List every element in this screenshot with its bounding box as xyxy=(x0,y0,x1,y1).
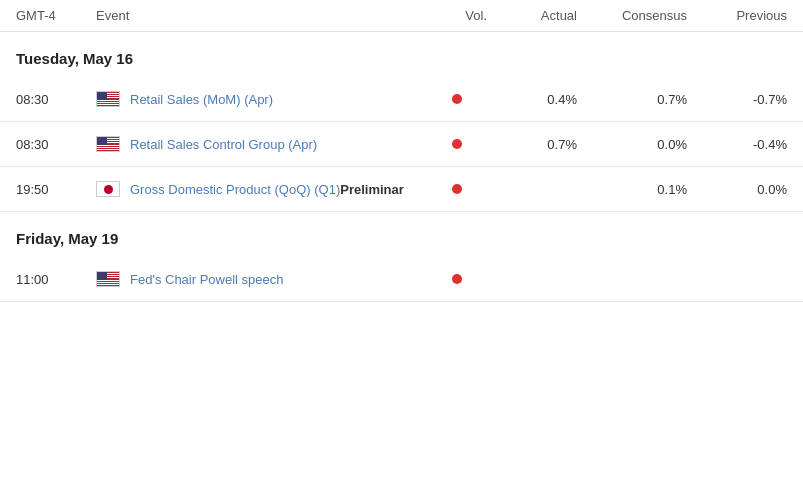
vol-dot-cell xyxy=(427,184,487,194)
volatility-dot xyxy=(452,94,462,104)
section-header-0: Tuesday, May 16 xyxy=(0,32,803,77)
event-header: Event xyxy=(96,8,427,23)
previous-value: -0.7% xyxy=(687,92,787,107)
vol-dot-cell xyxy=(427,94,487,104)
actual-header: Actual xyxy=(487,8,577,23)
vol-dot-cell xyxy=(427,274,487,284)
volatility-dot xyxy=(452,184,462,194)
previous-value: 0.0% xyxy=(687,182,787,197)
sections-container: Tuesday, May 1608:30Retail Sales (MoM) (… xyxy=(0,32,803,302)
flag-us-icon xyxy=(96,271,120,287)
consensus-value: 0.0% xyxy=(577,137,687,152)
event-cell: Gross Domestic Product (QoQ) (Q1)Prelimi… xyxy=(96,181,427,197)
event-cell: Fed's Chair Powell speech xyxy=(96,271,427,287)
table-row: 08:30Retail Sales Control Group (Apr)0.7… xyxy=(0,122,803,167)
time-cell: 08:30 xyxy=(16,92,96,107)
event-name: Fed's Chair Powell speech xyxy=(130,272,284,287)
time-cell: 11:00 xyxy=(16,272,96,287)
timezone-header: GMT-4 xyxy=(16,8,96,23)
consensus-value: 0.7% xyxy=(577,92,687,107)
vol-dot-cell xyxy=(427,139,487,149)
flag-us-icon xyxy=(96,91,120,107)
event-cell: Retail Sales (MoM) (Apr) xyxy=(96,91,427,107)
flag-us-icon xyxy=(96,136,120,152)
flag-jp-icon xyxy=(96,181,120,197)
time-cell: 19:50 xyxy=(16,182,96,197)
consensus-header: Consensus xyxy=(577,8,687,23)
event-name: Retail Sales (MoM) (Apr) xyxy=(130,92,273,107)
table-row: 08:30Retail Sales (MoM) (Apr)0.4%0.7%-0.… xyxy=(0,77,803,122)
time-cell: 08:30 xyxy=(16,137,96,152)
previous-header: Previous xyxy=(687,8,787,23)
section-header-1: Friday, May 19 xyxy=(0,212,803,257)
volatility-dot xyxy=(452,139,462,149)
vol-header: Vol. xyxy=(427,8,487,23)
actual-value: 0.4% xyxy=(487,92,577,107)
economic-calendar: GMT-4 Event Vol. Actual Consensus Previo… xyxy=(0,0,803,302)
event-name: Retail Sales Control Group (Apr) xyxy=(130,137,317,152)
volatility-dot xyxy=(452,274,462,284)
table-header: GMT-4 Event Vol. Actual Consensus Previo… xyxy=(0,0,803,32)
event-cell: Retail Sales Control Group (Apr) xyxy=(96,136,427,152)
table-row: 19:50Gross Domestic Product (QoQ) (Q1)Pr… xyxy=(0,167,803,212)
table-row: 11:00Fed's Chair Powell speech xyxy=(0,257,803,302)
actual-value: 0.7% xyxy=(487,137,577,152)
consensus-value: 0.1% xyxy=(577,182,687,197)
event-name: Gross Domestic Product (QoQ) (Q1)Prelimi… xyxy=(130,182,404,197)
previous-value: -0.4% xyxy=(687,137,787,152)
